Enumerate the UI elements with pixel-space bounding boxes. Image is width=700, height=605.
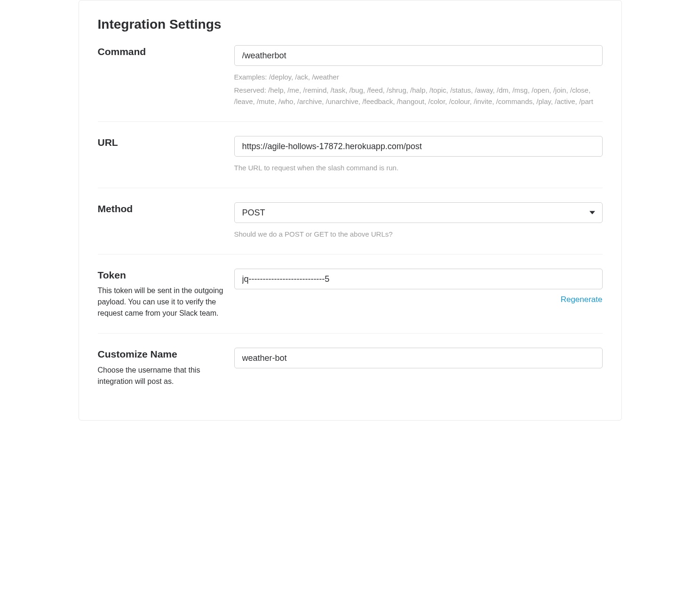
command-row: Command Examples: /deploy, /ack, /weathe… [98,45,603,122]
url-input[interactable] [234,136,603,157]
integration-settings-panel: Integration Settings Command Examples: /… [79,0,622,421]
customize-name-label: Customize Name [98,348,225,360]
command-help-examples: Examples: /deploy, /ack, /weather [234,72,603,83]
page-title: Integration Settings [98,17,603,32]
url-label: URL [98,136,225,149]
method-select[interactable]: POST [234,202,603,223]
url-help: The URL to request when the slash comman… [234,162,603,174]
command-label: Command [98,45,225,58]
customize-name-input[interactable] [234,348,603,368]
command-help-reserved: Reserved: /help, /me, /remind, /task, /b… [234,85,603,107]
regenerate-link[interactable]: Regenerate [561,295,603,304]
token-row: Token This token will be sent in the out… [98,269,603,334]
customize-name-row: Customize Name Choose the username that … [98,348,603,401]
customize-name-desc: Choose the username that this integratio… [98,365,225,387]
method-help: Should we do a POST or GET to the above … [234,229,603,240]
token-input[interactable] [234,269,603,289]
method-label: Method [98,202,225,215]
url-row: URL The URL to request when the slash co… [98,136,603,188]
token-label: Token [98,269,225,281]
method-row: Method POST Should we do a POST or GET t… [98,202,603,255]
command-input[interactable] [234,45,603,66]
token-desc: This token will be sent in the outgoing … [98,285,225,319]
